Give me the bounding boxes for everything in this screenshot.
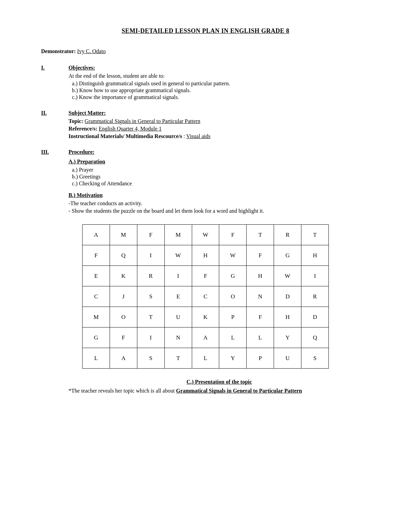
puzzle-cell-5-7: Y [274, 327, 301, 348]
puzzle-cell-1-4: H [192, 245, 219, 266]
puzzle-cell-3-4: C [192, 286, 219, 307]
puzzle-cell-6-1: A [110, 348, 137, 369]
reference-row: Reference/s: English Quarter 4, Module 1 [68, 126, 370, 132]
puzzle-cell-4-5: P [219, 307, 247, 327]
puzzle-cell-0-5: F [219, 225, 247, 245]
puzzle-cell-6-3: T [164, 348, 192, 369]
procedure-title: Procedure: [68, 149, 95, 155]
presentation-outer: C.) Presentation of the topic *The teach… [68, 379, 370, 394]
materials-label: Instructional Materials/ Multimedia Resc… [68, 133, 182, 139]
procedure-body: A.) Preparation a.) Prayer b.) Greetings… [68, 159, 370, 214]
objectives-intro: At the end of the lesson, student are ab… [68, 73, 370, 79]
objectives-header: I. Objectives: [41, 65, 370, 71]
puzzle-table: AMFMWFTRTFQIWHWFGHEKRIFGHWICJSECONDRMOTU… [82, 224, 329, 369]
puzzle-cell-3-2: S [137, 286, 164, 307]
puzzle-cell-1-2: I [137, 245, 164, 266]
puzzle-cell-1-5: W [219, 245, 247, 266]
puzzle-cell-6-2: S [137, 348, 164, 369]
objectives-body: At the end of the lesson, student are ab… [68, 73, 370, 100]
puzzle-cell-0-3: M [164, 225, 192, 245]
preparation-title: A.) Preparation [68, 159, 370, 165]
puzzle-row-0: AMFMWFTRT [83, 225, 329, 245]
motivation-section: B.) Motivation -The teacher conducts an … [68, 192, 370, 214]
puzzle-cell-4-6: F [247, 307, 274, 327]
puzzle-cell-5-3: N [164, 327, 192, 348]
puzzle-cell-6-8: S [301, 348, 329, 369]
puzzle-cell-4-1: O [110, 307, 137, 327]
motivation-text2: - Show the students the puzzle on the bo… [68, 208, 370, 214]
puzzle-cell-0-7: R [274, 225, 301, 245]
puzzle-cell-3-5: O [219, 286, 247, 307]
puzzle-cell-1-7: G [274, 245, 301, 266]
puzzle-cell-0-2: F [137, 225, 164, 245]
puzzle-cell-0-4: W [192, 225, 219, 245]
preparation-item-c: c.) Checking of Attendance [72, 181, 370, 187]
puzzle-row-4: MOTUKPFHD [83, 307, 329, 327]
puzzle-cell-0-8: T [301, 225, 329, 245]
motivation-text1: -The teacher conducts an activity. [68, 200, 370, 207]
puzzle-cell-1-8: H [301, 245, 329, 266]
procedure-header: III. Procedure: [41, 149, 370, 155]
reference-label: Reference/s: [68, 126, 97, 132]
section-procedure: III. Procedure: A.) Preparation a.) Pray… [41, 149, 370, 214]
puzzle-cell-3-7: D [274, 286, 301, 307]
puzzle-cell-6-6: P [247, 348, 274, 369]
puzzle-cell-3-6: N [247, 286, 274, 307]
puzzle-cell-2-5: G [219, 266, 247, 286]
puzzle-cell-2-7: W [274, 266, 301, 286]
puzzle-cell-3-3: E [164, 286, 192, 307]
preparation-item-a: a.) Prayer [72, 167, 370, 173]
objectives-title: Objectives: [68, 65, 95, 71]
puzzle-cell-1-1: Q [110, 245, 137, 266]
puzzle-cell-5-2: I [137, 327, 164, 348]
word-puzzle: AMFMWFTRTFQIWHWFGHEKRIFGHWICJSECONDRMOTU… [82, 224, 329, 369]
puzzle-cell-3-0: C [83, 286, 110, 307]
puzzle-cell-6-5: Y [219, 348, 247, 369]
presentation-text-normal: *The teacher reveals her topic which is … [68, 388, 175, 394]
subject-matter-header: II. Subject Matter: [41, 110, 370, 116]
objective-item-c: c.) Know the importance of grammatical s… [72, 94, 370, 100]
puzzle-cell-6-7: U [274, 348, 301, 369]
puzzle-cell-2-0: E [83, 266, 110, 286]
puzzle-cell-3-1: J [110, 286, 137, 307]
subject-matter-title: Subject Matter: [68, 110, 106, 116]
demonstrator-value: Ivy C. Odato [77, 48, 105, 54]
presentation-text: *The teacher reveals her topic which is … [68, 388, 370, 394]
materials-row: Instructional Materials/ Multimedia Resc… [68, 133, 370, 139]
puzzle-cell-2-2: R [137, 266, 164, 286]
puzzle-cell-4-7: H [274, 307, 301, 327]
objective-item-b: b.) Know how to use appropriate grammati… [72, 87, 370, 94]
puzzle-row-2: EKRIFGHWI [83, 266, 329, 286]
puzzle-cell-1-3: W [164, 245, 192, 266]
puzzle-cell-5-6: L [247, 327, 274, 348]
materials-value: Visual aids [186, 133, 211, 139]
topic-label: Topic: [68, 118, 83, 124]
page-title: SEMI-DETAILED LESSON PLAN IN ENGLISH GRA… [41, 27, 370, 35]
subject-matter-number: II. [41, 110, 68, 116]
puzzle-cell-5-5: L [219, 327, 247, 348]
puzzle-row-3: CJSECONDR [83, 286, 329, 307]
puzzle-row-6: LASTLYPUS [83, 348, 329, 369]
presentation-title: C.) Presentation of the topic [68, 379, 370, 385]
puzzle-cell-3-8: R [301, 286, 329, 307]
puzzle-cell-2-4: F [192, 266, 219, 286]
puzzle-cell-6-4: L [192, 348, 219, 369]
puzzle-cell-5-8: Q [301, 327, 329, 348]
puzzle-cell-4-2: T [137, 307, 164, 327]
section-subject-matter: II. Subject Matter: Topic: Grammatical S… [41, 110, 370, 139]
puzzle-cell-5-4: A [192, 327, 219, 348]
puzzle-cell-2-8: I [301, 266, 329, 286]
puzzle-cell-1-0: F [83, 245, 110, 266]
materials-colon: : [184, 133, 186, 139]
puzzle-cell-0-0: A [83, 225, 110, 245]
topic-row: Topic: Grammatical Signals in General to… [68, 118, 370, 124]
subject-matter-body: Topic: Grammatical Signals in General to… [68, 118, 370, 139]
puzzle-cell-4-4: K [192, 307, 219, 327]
puzzle-row-1: FQIWHWFGH [83, 245, 329, 266]
motivation-title: B.) Motivation [68, 192, 370, 198]
puzzle-cell-5-0: G [83, 327, 110, 348]
puzzle-cell-4-0: M [83, 307, 110, 327]
puzzle-cell-5-1: F [110, 327, 137, 348]
procedure-number: III. [41, 149, 68, 155]
puzzle-cell-4-3: U [164, 307, 192, 327]
